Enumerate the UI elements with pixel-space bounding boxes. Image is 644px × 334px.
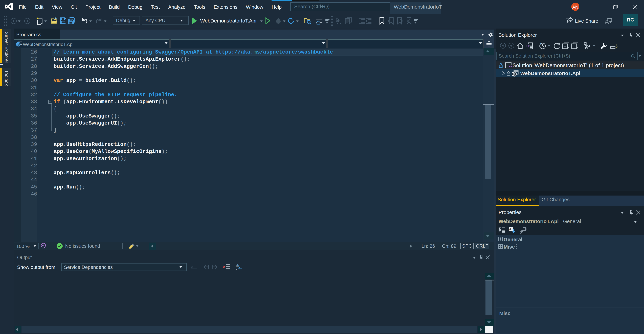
svg-text:c: c — [236, 267, 237, 270]
svg-text:Z: Z — [509, 229, 511, 232]
svg-text:ab: ab — [236, 264, 239, 267]
